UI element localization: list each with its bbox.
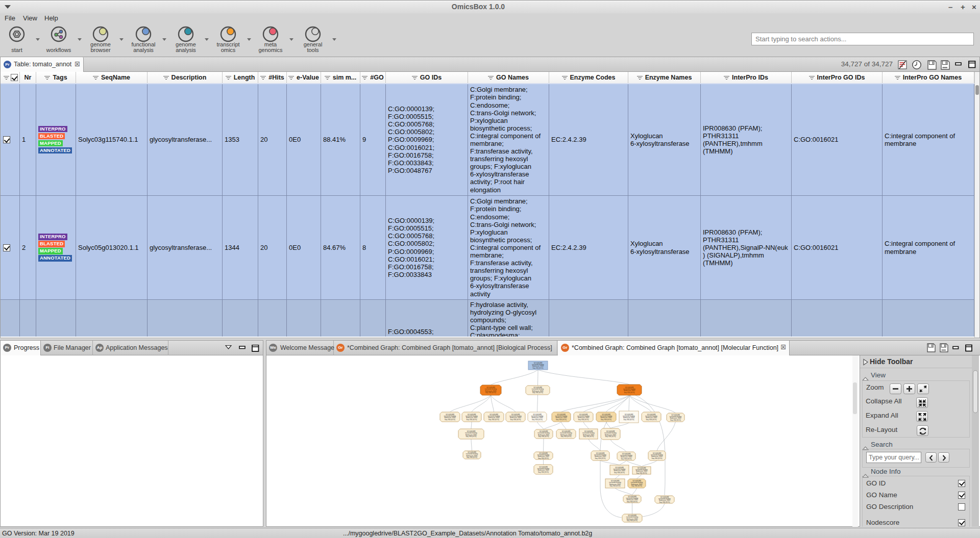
svg-text:Seq: 834 (8.5%): Seq: 834 (8.5%) — [595, 457, 606, 459]
svg-text:Seq: 834 (8.5%): Seq: 834 (8.5%) — [538, 471, 549, 473]
svg-text:Seq: 834 (8.5%): Seq: 834 (8.5%) — [488, 419, 499, 421]
svg-text:Seq: 834 (8.5%): Seq: 834 (8.5%) — [578, 419, 589, 421]
svg-text:Seq: 834 (8.5%): Seq: 834 (8.5%) — [532, 419, 543, 421]
svg-text:Seq: 834 (8.5%): Seq: 834 (8.5%) — [610, 485, 621, 487]
svg-text:Seq: 834 (8.5%): Seq: 834 (8.5%) — [510, 419, 521, 421]
svg-text:Seq: 834 (8.5%): Seq: 834 (8.5%) — [532, 392, 543, 394]
svg-text:Seq: 834 (8.5%): Seq: 834 (8.5%) — [561, 435, 572, 438]
svg-text:Seq: 834 (8.5%): Seq: 834 (8.5%) — [627, 520, 638, 522]
svg-text:Seq: 834 (8.5%): Seq: 834 (8.5%) — [646, 419, 657, 421]
svg-text:Seq: 834 (8.5%): Seq: 834 (8.5%) — [533, 367, 544, 369]
svg-text:Seq: 834 (8.5%): Seq: 834 (8.5%) — [659, 501, 670, 503]
svg-text:Seq: 834 (8.5%): Seq: 834 (8.5%) — [670, 419, 681, 421]
svg-text:Seq: 834 (8.5%): Seq: 834 (8.5%) — [556, 419, 567, 421]
svg-text:Seq: 834 (8.5%): Seq: 834 (8.5%) — [601, 419, 611, 421]
svg-text:Seq: 834 (8.5%): Seq: 834 (8.5%) — [624, 392, 635, 394]
svg-text:Seq: 834 (8.5%): Seq: 834 (8.5%) — [445, 419, 455, 421]
svg-text:Seq: 834 (8.5%): Seq: 834 (8.5%) — [621, 458, 632, 460]
svg-text:Seq: 834 (8.5%): Seq: 834 (8.5%) — [636, 472, 647, 474]
svg-text:Seq: 834 (8.5%): Seq: 834 (8.5%) — [467, 419, 477, 421]
svg-text:Seq: 834 (8.5%): Seq: 834 (8.5%) — [538, 435, 549, 438]
svg-text:Seq: 834 (8.5%): Seq: 834 (8.5%) — [583, 435, 594, 438]
svg-text:Seq: 834 (8.5%): Seq: 834 (8.5%) — [624, 419, 634, 421]
svg-text:Seq: 834 (8.5%): Seq: 834 (8.5%) — [631, 485, 642, 487]
svg-text:Seq: 834 (8.5%): Seq: 834 (8.5%) — [467, 456, 477, 458]
svg-text:Seq: 834 (8.5%): Seq: 834 (8.5%) — [466, 435, 477, 438]
svg-text:Seq: 834 (8.5%): Seq: 834 (8.5%) — [614, 472, 625, 474]
svg-text:Seq: 834 (8.5%): Seq: 834 (8.5%) — [627, 501, 638, 503]
svg-text:Seq: 834 (8.5%): Seq: 834 (8.5%) — [485, 392, 496, 394]
svg-text:Seq: 834 (8.5%): Seq: 834 (8.5%) — [538, 457, 549, 459]
svg-text:Seq: 834 (8.5%): Seq: 834 (8.5%) — [605, 435, 616, 438]
svg-text:Seq: 834 (8.5%): Seq: 834 (8.5%) — [652, 457, 663, 459]
